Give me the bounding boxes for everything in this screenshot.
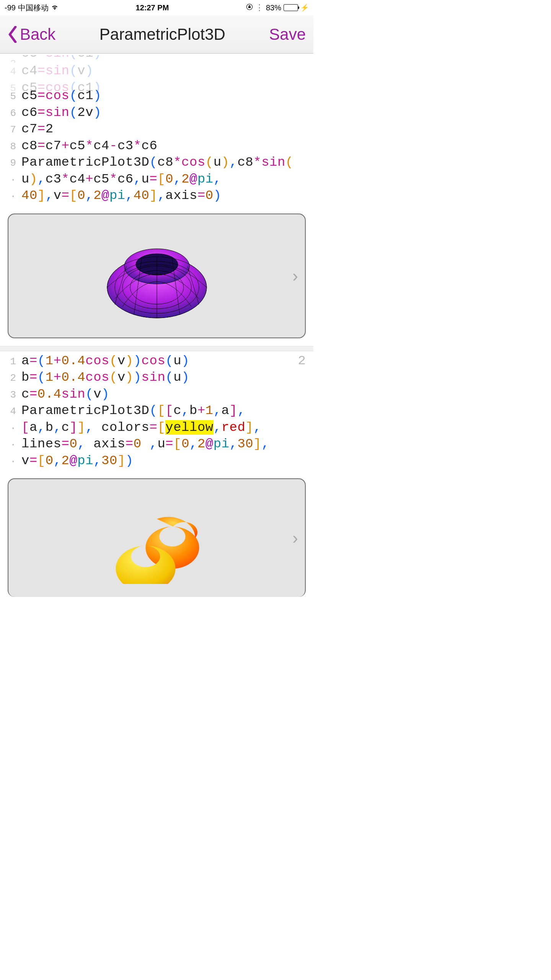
code-line: · lines=0, axis=0 ,u=[0,2@pi,30],	[0, 436, 313, 453]
status-left: -99 中国移动	[5, 3, 59, 13]
code-block-1[interactable]: 3 c3=sin(c1) 4 c4=sin(v) 5 c5=cos(c1) 5 …	[0, 54, 313, 208]
code-line: 4 ParametricPlot3D([[c,b+1,a],	[0, 403, 313, 419]
gutter: 8	[5, 141, 21, 152]
back-button[interactable]: Back	[8, 25, 55, 44]
code-text: [a,b,c]], colors=[yellow,red],	[21, 419, 261, 436]
code-block-2[interactable]: 2 1 a=(1+0.4cos(v))cos(u) 2 b=(1+0.4cos(…	[0, 351, 313, 473]
gutter: 6	[5, 108, 21, 119]
block-index-badge: 2	[298, 354, 306, 368]
save-button[interactable]: Save	[269, 25, 306, 44]
gutter: ·	[5, 456, 21, 467]
parametric-surface-icon	[99, 230, 214, 322]
nav-bar: Back ParametricPlot3D Save	[0, 15, 313, 54]
gutter: 4	[5, 406, 21, 417]
code-text: ParametricPlot3D([[c,b+1,a],	[21, 403, 245, 419]
code-line: 7 c7=2	[0, 121, 313, 138]
separator	[0, 346, 313, 351]
status-time: 12:27 PM	[136, 3, 169, 12]
code-text: c6=sin(2v)	[21, 104, 101, 121]
wifi-icon	[51, 3, 59, 12]
code-text: c=0.4sin(v)	[21, 386, 109, 403]
code-line: 9 ParametricPlot3D(c8*cos(u),c8*sin(	[0, 154, 313, 171]
gutter: 9	[5, 157, 21, 169]
battery-icon	[284, 4, 298, 11]
code-line: · v=[0,2@pi,30])	[0, 453, 313, 470]
status-right: ⋮ 83% ⚡	[246, 3, 309, 13]
code-line: 4 c4=sin(v)	[0, 63, 313, 80]
code-text: a=(1+0.4cos(v))cos(u)	[21, 353, 189, 370]
gutter: 1	[5, 356, 21, 367]
chevron-right-icon: ›	[292, 266, 298, 285]
code-text: ParametricPlot3D(c8*cos(u),c8*sin(	[21, 154, 293, 171]
code-line: 3 c=0.4sin(v)	[0, 386, 313, 403]
gutter: 5	[5, 83, 21, 94]
page-title: ParametricPlot3D	[99, 25, 225, 44]
status-bar: -99 中国移动 12:27 PM ⋮ 83% ⚡	[0, 0, 313, 15]
code-text: c3=sin(c1)	[21, 55, 101, 62]
carrier: 中国移动	[18, 3, 49, 13]
code-text: v=[0,2@pi,30])	[21, 453, 134, 470]
code-text: c4=sin(v)	[21, 63, 93, 80]
gutter: ·	[5, 191, 21, 202]
code-line: 8 c8=c7+c5*c4-c3*c6	[0, 138, 313, 155]
plot-output-1[interactable]: ›	[8, 214, 306, 338]
gutter: 2	[5, 372, 21, 384]
plot-output-2[interactable]: ›	[8, 478, 306, 597]
gutter: ·	[5, 174, 21, 186]
code-text: b=(1+0.4cos(v))sin(u)	[21, 369, 189, 386]
gutter: 3	[5, 389, 21, 401]
signal-strength: -99	[5, 3, 16, 12]
code-line: 1 a=(1+0.4cos(v))cos(u)	[0, 353, 313, 370]
code-line: 3 c3=sin(c1)	[0, 55, 313, 63]
gutter: 7	[5, 124, 21, 135]
code-line: 2 b=(1+0.4cos(v))sin(u)	[0, 369, 313, 386]
code-text: 40],v=[0,2@pi,40],axis=0)	[21, 188, 222, 204]
bluetooth-icon: ⋮	[255, 3, 264, 13]
code-text: c7=2	[21, 121, 54, 138]
gutter: 3	[5, 58, 21, 63]
gutter: ·	[5, 439, 21, 450]
battery-pct: 83%	[266, 3, 281, 12]
code-text: c5=cos(c1)	[21, 80, 101, 96]
gutter: 4	[5, 66, 21, 77]
code-text: c8=c7+c5*c4-c3*c6	[21, 138, 157, 155]
gutter: ·	[5, 422, 21, 434]
code-line: · [a,b,c]], colors=[yellow,red],	[0, 419, 313, 436]
back-label: Back	[20, 25, 55, 44]
chevron-right-icon: ›	[292, 528, 298, 548]
orientation-lock-icon	[246, 3, 253, 12]
code-line: · u),c3*c4+c5*c6,u=[0,2@pi,	[0, 171, 313, 188]
code-text: lines=0, axis=0 ,u=[0,2@pi,30],	[21, 436, 269, 453]
code-line: · 40],v=[0,2@pi,40],axis=0)	[0, 188, 313, 204]
chevron-left-icon	[8, 26, 18, 43]
linked-tori-icon	[99, 492, 214, 584]
code-line: 6 c6=sin(2v)	[0, 104, 313, 121]
charging-icon: ⚡	[300, 3, 309, 12]
code-text: u),c3*c4+c5*c6,u=[0,2@pi,	[21, 171, 222, 188]
